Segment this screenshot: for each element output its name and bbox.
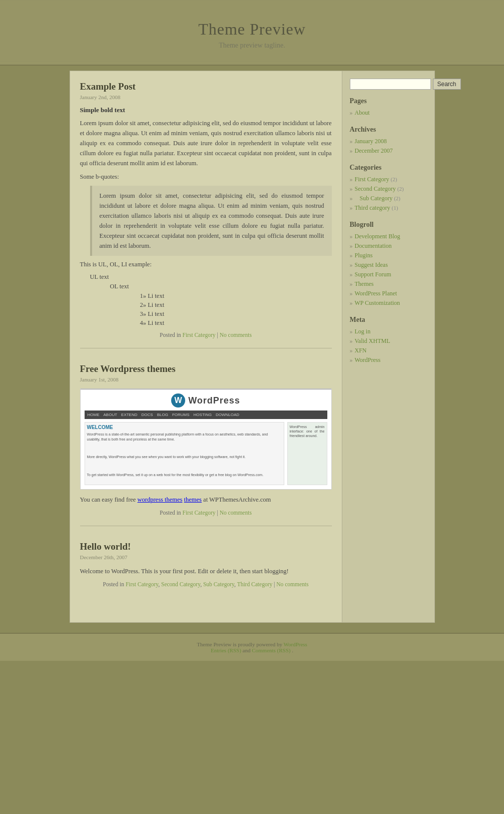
cat-third-link[interactable]: Third category: [355, 204, 390, 211]
footer-wp-link[interactable]: WordPress: [283, 641, 307, 647]
posted-in-label-3: Posted in: [103, 581, 125, 587]
post-hello-world: Hello world! December 26th, 2007 Welcome…: [80, 541, 332, 597]
blogroll-wpcustom: WP Customization: [350, 299, 427, 307]
blogroll-list: Development Blog Documentation Plugins S…: [350, 233, 427, 307]
blogroll-support-link[interactable]: Support Forum: [355, 271, 391, 278]
post-cat-3[interactable]: Sub Category: [203, 581, 234, 587]
post-footer-3: Posted in First Category, Second Categor…: [80, 581, 332, 587]
cat-second: Second Category (2): [350, 185, 427, 193]
blogroll-wpplanet-link[interactable]: WordPress Planet: [355, 290, 397, 297]
post-cat-4[interactable]: Third Category: [237, 581, 273, 587]
meta-wp-link[interactable]: WordPress: [355, 356, 381, 363]
no-comments-link-3[interactable]: No comments: [276, 581, 308, 587]
blogroll-heading: Blogroll: [350, 221, 427, 230]
meta-list: Log in Valid XHTML XFN WordPress: [350, 328, 427, 364]
cat-first-count: (2): [391, 176, 397, 182]
wp-themes-link2[interactable]: themes: [184, 496, 202, 503]
archives-heading: Archives: [350, 126, 427, 135]
meta-heading: Meta: [350, 316, 427, 325]
cat-third: Third category (1): [350, 204, 427, 212]
cat-first-link[interactable]: First Category: [355, 176, 389, 183]
ul-item: UL text: [90, 273, 332, 281]
wp-logo-area: W WordPress: [171, 393, 240, 408]
wp-logo-text: WordPress: [188, 395, 240, 406]
blogroll-suggest-link[interactable]: Suggest Ideas: [355, 261, 388, 268]
ul-section: UL text OL text 1» Li text 2» Li text 3»…: [90, 273, 332, 327]
posted-in-label-2: Posted in: [160, 510, 181, 516]
archive-jan: January 2008: [350, 138, 427, 145]
wp-themes-link[interactable]: wordpress themes: [138, 496, 183, 503]
wp-nav-hosting: HOSTING: [194, 413, 212, 417]
post-cat-2[interactable]: Second Category: [161, 581, 200, 587]
meta-section: Meta Log in Valid XHTML XFN WordPress: [350, 316, 427, 364]
blogroll-dev-link[interactable]: Development Blog: [355, 233, 400, 240]
sidebar: Search Pages About Archives January 2008: [342, 71, 435, 623]
li-item-2: 2» Li text: [140, 301, 332, 309]
li-item-3: 3» Li text: [140, 310, 332, 318]
wp-nav-forums: FORUMS: [172, 413, 190, 417]
post-body: Lorem ipsum dolor sit amet, consectetur …: [80, 118, 332, 168]
site-header: Theme Preview Theme preview tagline.: [0, 0, 504, 66]
ol-section: OL text 1» Li text 2» Li text 3» Li text…: [110, 283, 332, 327]
pages-section: Pages About: [350, 97, 427, 117]
footer-period: .: [292, 647, 293, 653]
meta-xfn: XFN: [350, 347, 427, 354]
blogroll-themes: Themes: [350, 280, 427, 288]
site-title: Theme Preview: [10, 20, 494, 39]
wp-desc: WordPress is a state-of-the-art semantic…: [87, 432, 282, 442]
no-comments-link-2[interactable]: No comments: [220, 510, 252, 516]
wp-get-started: More directly, WordPress what you see wh…: [87, 455, 282, 460]
archive-dec-link[interactable]: December 2007: [355, 147, 393, 154]
wp-nav-home: HOME: [88, 413, 100, 417]
cat-third-count: (1): [391, 205, 398, 211]
page-wrapper: Example Post January 2nd, 2008 Simple bo…: [70, 66, 435, 633]
archive-jan-link[interactable]: January 2008: [355, 138, 387, 145]
page-about-link[interactable]: About: [355, 109, 370, 116]
blogroll-plugins-link[interactable]: Plugins: [355, 252, 373, 259]
meta-xfn-link[interactable]: XFN: [355, 347, 367, 354]
cat-sub-link[interactable]: Sub Category: [360, 195, 393, 202]
wp-nav-download: DOWNLOAD: [216, 413, 239, 417]
wp-content-body: WELCOME WordPress is a state-of-the-art …: [85, 422, 327, 485]
blogroll-wpcustom-link[interactable]: WP Customization: [355, 299, 400, 306]
wp-screenshot-inner: W WordPress HOME ABOUT EXTEND DOCS BLOG …: [81, 389, 331, 489]
footer-and: and: [243, 647, 251, 653]
cat-sub-count: (2): [394, 195, 400, 201]
post-body-3: Welcome to WordPress. This is your first…: [80, 566, 332, 576]
footer-entries-rss[interactable]: Entries (RSS): [211, 647, 241, 653]
post-date: January 2nd, 2008: [80, 94, 332, 100]
footer-comments-rss[interactable]: Comments (RSS): [252, 647, 290, 653]
post-category-link-2[interactable]: First Category: [182, 510, 215, 516]
wp-welcome: WELCOME: [87, 425, 282, 430]
post-cat-1[interactable]: First Category: [126, 581, 158, 587]
search-form: Search: [350, 79, 427, 90]
post-example: Example Post January 2nd, 2008 Simple bo…: [80, 81, 332, 348]
meta-login: Log in: [350, 328, 427, 335]
wp-nav-blog: BLOG: [157, 413, 168, 417]
body-post: at WPThemesArchive.com: [203, 496, 271, 503]
footer-text: Theme Preview is proudly powered by Word…: [8, 641, 496, 653]
cat-second-link[interactable]: Second Category: [355, 185, 396, 192]
li-section: 1» Li text 2» Li text 3» Li text 4» Li t…: [140, 292, 332, 327]
meta-login-link[interactable]: Log in: [355, 328, 371, 335]
post-title: Example Post: [80, 81, 332, 92]
wp-screenshot: W WordPress HOME ABOUT EXTEND DOCS BLOG …: [80, 388, 332, 490]
cat-sub: Sub Category (2): [350, 195, 427, 202]
li-item-1: 1» Li text: [140, 292, 332, 300]
blogroll-themes-link[interactable]: Themes: [355, 280, 374, 287]
search-input[interactable]: [350, 79, 431, 90]
wp-nav-extend: EXTEND: [121, 413, 137, 417]
categories-heading: Categories: [350, 164, 427, 173]
post-category-link[interactable]: First Category: [182, 332, 215, 338]
no-comments-link[interactable]: No comments: [220, 332, 252, 338]
wp-nav-about: ABOUT: [104, 413, 118, 417]
body-pre: You can easy find free: [80, 496, 136, 503]
search-button[interactable]: Search: [433, 79, 461, 90]
meta-wp: WordPress: [350, 356, 427, 364]
meta-xhtml-link[interactable]: Valid XHTML: [355, 337, 390, 344]
post-body-2: You can easy find free wordpress themes …: [80, 495, 332, 505]
posted-in-label: Posted in: [160, 332, 181, 338]
blogroll-section: Blogroll Development Blog Documentation …: [350, 221, 427, 307]
blogroll-support: Support Forum: [350, 271, 427, 278]
blogroll-docs-link[interactable]: Documentation: [355, 242, 392, 249]
